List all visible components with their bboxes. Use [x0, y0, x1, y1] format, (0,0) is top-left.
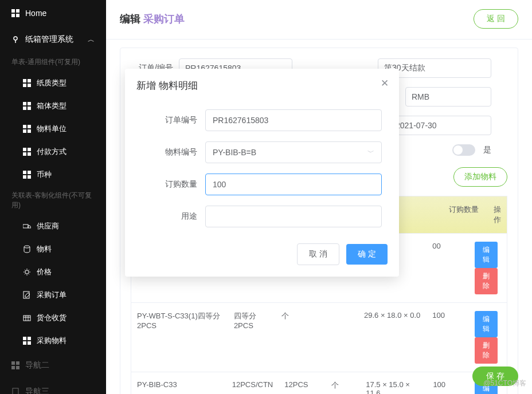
order-no-label: 订单编号 — [142, 115, 205, 125]
order-no-value: PR1627615803 — [213, 116, 268, 125]
add-material-detail-modal: 新增 物料明细 ✕ 订单编号 PR1627615803 物料编号 PY-BIB-… — [125, 69, 399, 277]
material-no-label: 物料编号 — [142, 147, 205, 157]
quantity-field[interactable] — [213, 180, 374, 189]
modal-header: 新增 物料明细 ✕ — [125, 69, 399, 97]
modal-footer: 取 消 确 定 — [125, 241, 399, 277]
usage-input[interactable] — [205, 206, 382, 227]
usage-field[interactable] — [213, 212, 374, 221]
quantity-input[interactable] — [205, 174, 382, 195]
chevron-down-icon: ﹀ — [367, 148, 374, 157]
material-no-value: PY-BIB-B=B — [213, 148, 256, 157]
modal-body: 订单编号 PR1627615803 物料编号 PY-BIB-B=B﹀ 订购数量 … — [125, 97, 399, 241]
order-no-input[interactable]: PR1627615803 — [205, 109, 382, 131]
watermark: @51CTO博客 — [483, 379, 526, 388]
modal-title: 新增 物料明细 — [136, 79, 388, 92]
confirm-button[interactable]: 确 定 — [346, 244, 388, 265]
usage-label: 用途 — [142, 211, 205, 222]
material-no-select[interactable]: PY-BIB-B=B﹀ — [205, 141, 382, 163]
cancel-button[interactable]: 取 消 — [297, 243, 339, 265]
quantity-label: 订购数量 — [142, 179, 205, 190]
close-icon[interactable]: ✕ — [380, 78, 390, 88]
